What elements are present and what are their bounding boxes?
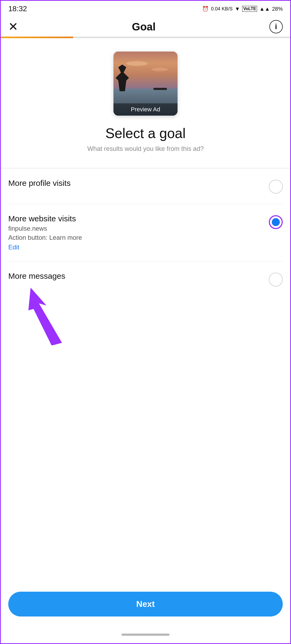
select-goal-title: Select a goal (105, 125, 186, 141)
progress-step-4 (218, 37, 290, 38)
goal-item-profile-visits[interactable]: More profile visits (8, 168, 283, 204)
goal-website-url: finpulse.news (8, 225, 264, 232)
goal-title-profile: More profile visits (8, 179, 264, 188)
volte-icon: VoLTE (242, 6, 257, 12)
select-goal-subtitle: What results would you like from this ad… (87, 145, 204, 152)
goal-item-messages[interactable]: More messages (8, 261, 283, 297)
wifi-icon: ▼ (235, 6, 240, 12)
goal-text-messages: More messages (8, 272, 264, 281)
goals-section: More profile visits More website visits … (1, 168, 290, 297)
header: ✕ Goal i (1, 17, 290, 37)
status-bar: 18:32 ⏰ 0.04 KB/S ▼ VoLTE ▲▲ 28% (1, 1, 290, 17)
image-cloud2 (152, 68, 168, 71)
goal-title-website: More website visits (8, 214, 264, 223)
status-icons: ⏰ 0.04 KB/S ▼ VoLTE ▲▲ 28% (202, 6, 283, 12)
radio-profile-visits[interactable] (269, 180, 283, 194)
next-button[interactable]: Next (8, 592, 283, 616)
battery-level: 28% (272, 6, 283, 12)
radio-website-visits[interactable] (269, 215, 283, 229)
image-cloud1 (126, 61, 148, 66)
preview-section: Preview Ad Select a goal What results wo… (1, 38, 290, 160)
goal-title-messages: More messages (8, 272, 264, 281)
goal-edit-link[interactable]: Edit (8, 244, 264, 251)
page-title: Goal (132, 21, 156, 33)
status-time: 18:32 (8, 5, 27, 13)
progress-step-1 (1, 37, 73, 38)
goal-text-website: More website visits finpulse.news Action… (8, 214, 264, 251)
goal-item-website-visits[interactable]: More website visits finpulse.news Action… (8, 204, 283, 261)
goal-text-profile: More profile visits (8, 179, 264, 188)
alarm-icon: ⏰ (202, 6, 209, 12)
goal-action-button: Action button: Learn more (8, 234, 264, 241)
close-button[interactable]: ✕ (8, 21, 18, 33)
preview-ad-image[interactable]: Preview Ad (113, 52, 178, 116)
progress-step-3 (146, 37, 218, 38)
info-button[interactable]: i (269, 20, 283, 33)
progress-step-2 (73, 37, 146, 38)
signal-icon: ▲▲ (259, 6, 270, 12)
image-boat (154, 88, 167, 90)
network-speed: 0.04 KB/S (211, 6, 233, 12)
preview-ad-label: Preview Ad (113, 103, 178, 116)
home-indicator (121, 634, 170, 636)
radio-messages[interactable] (269, 273, 283, 286)
radio-inner-dot (272, 218, 280, 226)
next-button-container: Next (8, 592, 283, 616)
progress-bar (1, 37, 290, 38)
